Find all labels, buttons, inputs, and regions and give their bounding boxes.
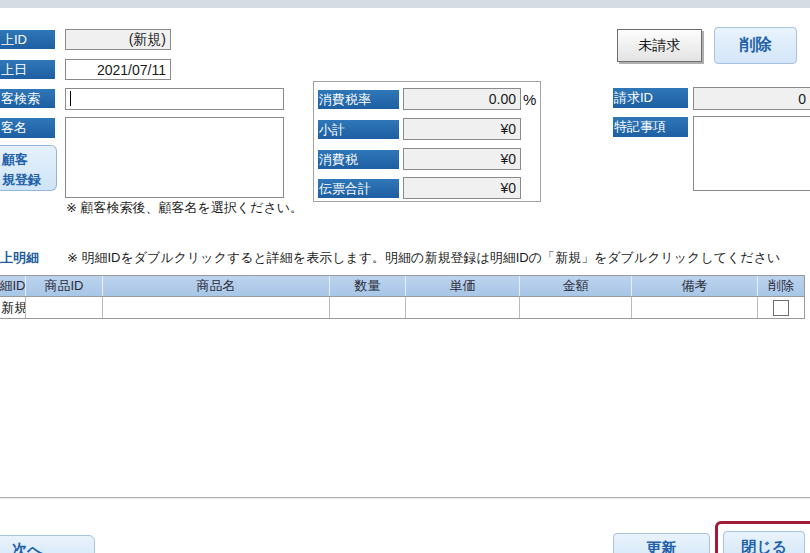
footer-divider-highlight — [0, 498, 810, 499]
tax-rate-label: 消費税率 — [318, 90, 399, 109]
invoice-id-label: 請求ID — [613, 88, 688, 108]
table-row[interactable]: 新規) — [0, 297, 805, 319]
close-button[interactable]: 閉じる — [723, 531, 805, 553]
cell-delete — [758, 297, 805, 318]
tax-rate-field: 0.00 — [403, 88, 521, 110]
new-customer-button-line1: 顧客 — [2, 150, 56, 170]
slip-total-field: ¥0 — [403, 177, 521, 199]
sale-date-field[interactable]: 2021/07/11 — [65, 59, 171, 80]
cell-detail-id[interactable]: 新規) — [0, 297, 26, 318]
next-button[interactable]: 次へ — [0, 535, 95, 553]
detail-section-title: 上明細 — [0, 249, 60, 265]
remarks-label: 特記事項 — [613, 117, 688, 137]
tax-field: ¥0 — [403, 148, 521, 170]
cell-product-name — [103, 297, 330, 318]
sale-id-field: (新規) — [65, 29, 171, 50]
slip-total-label: 伝票合計 — [318, 179, 399, 198]
col-header-unit-price[interactable]: 単価 — [406, 276, 520, 296]
col-header-amount[interactable]: 金額 — [520, 276, 632, 296]
col-header-detail-id[interactable]: 細ID — [0, 276, 26, 296]
customer-search-note: ※ 顧客検索後、顧客名を選択ください。 — [66, 199, 346, 215]
customer-search-label: 客検索 — [0, 89, 55, 108]
col-header-delete[interactable]: 削除 — [758, 276, 805, 296]
detail-table-header: 細ID 商品ID 商品名 数量 単価 金額 備考 削除 — [0, 275, 805, 297]
customer-name-listbox[interactable] — [65, 117, 284, 198]
detail-section-note: ※ 明細IDをダブルクリックすると詳細を表示します。明細の新規登録は明細IDの「… — [67, 249, 810, 266]
update-button[interactable]: 更新 — [613, 533, 710, 553]
cell-quantity — [330, 297, 406, 318]
customer-name-label: 客名 — [0, 118, 55, 138]
tax-rate-unit: % — [523, 89, 541, 109]
cell-unit-price — [406, 297, 520, 318]
tax-label: 消費税 — [318, 150, 399, 169]
subtotal-label: 小計 — [318, 120, 399, 139]
remarks-textarea[interactable] — [693, 116, 810, 191]
customer-search-input[interactable] — [65, 88, 284, 110]
col-header-product-name[interactable]: 商品名 — [103, 276, 330, 296]
new-customer-button-line2: 規登録 — [2, 170, 56, 190]
cell-product-id — [26, 297, 103, 318]
delete-button[interactable]: 削除 — [714, 27, 797, 64]
new-customer-button[interactable]: 顧客 規登録 — [0, 145, 57, 191]
col-header-remarks[interactable]: 備考 — [632, 276, 758, 296]
top-window-strip — [0, 0, 810, 8]
sale-id-label: 上ID — [0, 30, 55, 49]
text-caret — [70, 91, 71, 106]
col-header-product-id[interactable]: 商品ID — [26, 276, 103, 296]
invoice-id-field: 0 — [693, 87, 810, 110]
cell-amount — [520, 297, 632, 318]
col-header-quantity[interactable]: 数量 — [330, 276, 406, 296]
unbilled-button[interactable]: 未請求 — [617, 29, 702, 62]
sale-date-label: 上日 — [0, 60, 55, 79]
cell-remarks — [632, 297, 758, 318]
subtotal-field: ¥0 — [403, 118, 521, 140]
delete-checkbox[interactable] — [773, 300, 789, 316]
